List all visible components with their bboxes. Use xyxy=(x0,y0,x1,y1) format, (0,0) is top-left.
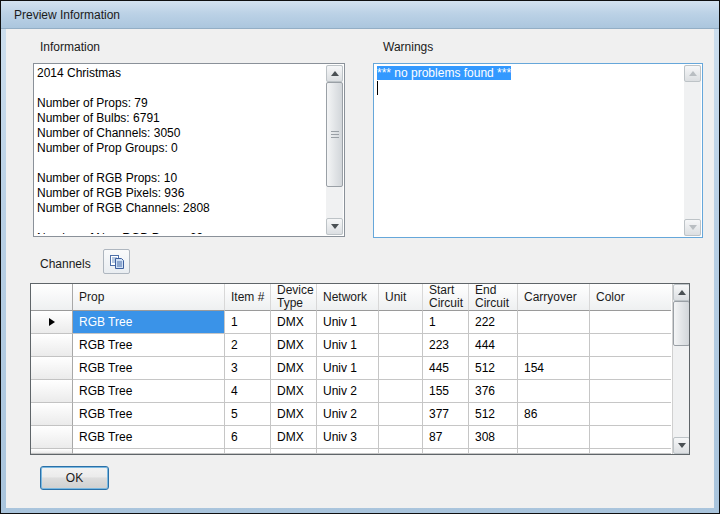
grid-cell[interactable]: DMX xyxy=(271,380,317,403)
grid-cell[interactable]: Univ 3 xyxy=(317,426,379,449)
grid-cell[interactable] xyxy=(590,403,671,426)
grid-cell[interactable]: DMX xyxy=(271,426,317,449)
grid-cell[interactable]: RGB Tree xyxy=(73,380,225,403)
grid-cell[interactable]: 444 xyxy=(469,334,518,357)
grid-cell[interactable]: 376 xyxy=(469,380,518,403)
grid-cell xyxy=(225,449,271,454)
grid-cell[interactable] xyxy=(590,426,671,449)
grid-cell[interactable]: 1 xyxy=(423,311,469,334)
grid-cell[interactable]: RGB Tree xyxy=(73,334,225,357)
table-row: RGB Tree6DMXUniv 387308 xyxy=(31,426,672,449)
grid-cell[interactable]: 445 xyxy=(423,357,469,380)
scroll-up-icon[interactable] xyxy=(673,284,690,301)
grid-cell[interactable] xyxy=(379,380,423,403)
grid-cell[interactable]: RGB Tree xyxy=(73,403,225,426)
grid-cell[interactable] xyxy=(379,334,423,357)
row-header[interactable] xyxy=(31,426,73,449)
copy-icon xyxy=(109,254,125,270)
scrollbar-thumb[interactable] xyxy=(326,82,343,187)
grid-cell[interactable]: DMX xyxy=(271,403,317,426)
grid-cell[interactable] xyxy=(379,426,423,449)
channels-grid[interactable]: PropItem #Device TypeNetworkUnitStart Ci… xyxy=(30,283,690,455)
column-header-device-type[interactable]: Device Type xyxy=(271,284,317,311)
grid-cell[interactable]: 512 xyxy=(469,357,518,380)
copy-channels-button[interactable] xyxy=(103,249,130,274)
scroll-down-icon xyxy=(684,219,701,236)
grid-cell[interactable]: RGB Tree xyxy=(73,311,225,334)
grid-cell[interactable]: 87 xyxy=(423,426,469,449)
grid-cell[interactable]: Univ 1 xyxy=(317,357,379,380)
warnings-selected-text: *** no problems found *** xyxy=(377,66,511,80)
grid-cell[interactable]: Univ 2 xyxy=(317,380,379,403)
grid-cell[interactable]: Univ 1 xyxy=(317,334,379,357)
grid-scrollbar[interactable] xyxy=(672,284,689,454)
grid-cell[interactable]: 5 xyxy=(225,403,271,426)
grid-cell xyxy=(469,449,518,454)
grid-cell[interactable]: RGB Tree xyxy=(73,426,225,449)
grid-cell[interactable] xyxy=(590,334,671,357)
grid-cell[interactable]: 6 xyxy=(225,426,271,449)
grid-cell[interactable]: DMX xyxy=(271,357,317,380)
scroll-down-icon[interactable] xyxy=(326,218,343,235)
information-scrollbar[interactable] xyxy=(326,65,343,235)
column-header-unit[interactable]: Unit xyxy=(379,284,423,311)
grid-cell[interactable]: 86 xyxy=(518,403,590,426)
grid-cell[interactable]: 2 xyxy=(225,334,271,357)
grid-cell[interactable]: Univ 2 xyxy=(317,403,379,426)
grid-cell[interactable]: Univ 1 xyxy=(317,311,379,334)
information-textbox[interactable]: 2014 Christmas Number of Props: 79 Numbe… xyxy=(33,63,345,237)
column-header-carryover[interactable]: Carryover xyxy=(518,284,590,311)
grid-cell[interactable]: 4 xyxy=(225,380,271,403)
grid-cell[interactable]: RGB Tree xyxy=(73,357,225,380)
grid-cell[interactable]: DMX xyxy=(271,334,317,357)
grid-cell[interactable] xyxy=(379,311,423,334)
warnings-textbox[interactable]: *** no problems found *** xyxy=(373,63,703,238)
warnings-text: *** no problems found *** xyxy=(377,66,682,235)
column-header-start-circuit[interactable]: Start Circuit xyxy=(423,284,469,311)
current-row-arrow-icon xyxy=(49,318,55,326)
grid-cell[interactable] xyxy=(379,403,423,426)
scroll-up-icon[interactable] xyxy=(326,65,343,82)
row-header[interactable] xyxy=(31,403,73,426)
ok-button[interactable]: OK xyxy=(40,466,109,490)
grid-cell[interactable]: 223 xyxy=(423,334,469,357)
row-header[interactable] xyxy=(31,334,73,357)
channels-label: Channels xyxy=(40,257,91,271)
information-label: Information xyxy=(40,40,100,54)
grid-cell[interactable] xyxy=(379,357,423,380)
grid-cell[interactable]: 3 xyxy=(225,357,271,380)
information-text: 2014 Christmas Number of Props: 79 Numbe… xyxy=(37,66,324,234)
column-header-prop[interactable]: Prop xyxy=(73,284,225,311)
grid-cell[interactable]: 1 xyxy=(225,311,271,334)
row-header[interactable] xyxy=(31,357,73,380)
grid-cell[interactable]: 154 xyxy=(518,357,590,380)
grid-cell[interactable] xyxy=(518,311,590,334)
column-header-item[interactable]: Item # xyxy=(225,284,271,311)
dialog-body: Information 2014 Christmas Number of Pro… xyxy=(6,29,714,508)
grid-cell[interactable] xyxy=(518,380,590,403)
table-row: RGB Tree4DMXUniv 2155376 xyxy=(31,380,672,403)
grid-cell[interactable] xyxy=(590,357,671,380)
row-header[interactable] xyxy=(31,380,73,403)
grid-cell[interactable]: 308 xyxy=(469,426,518,449)
warnings-label: Warnings xyxy=(383,40,433,54)
column-header-end-circuit[interactable]: End Circuit xyxy=(469,284,518,311)
grid-cell[interactable] xyxy=(590,311,671,334)
grid-cell xyxy=(518,449,590,454)
grid-cell[interactable]: 512 xyxy=(469,403,518,426)
grid-cell[interactable]: 222 xyxy=(469,311,518,334)
grid-cell xyxy=(271,449,317,454)
grid-cell[interactable]: 155 xyxy=(423,380,469,403)
grid-cell[interactable]: 377 xyxy=(423,403,469,426)
column-header-network[interactable]: Network xyxy=(317,284,379,311)
partial-row xyxy=(31,449,672,454)
grid-cell[interactable] xyxy=(590,380,671,403)
grid-cell[interactable]: DMX xyxy=(271,311,317,334)
grid-cell[interactable] xyxy=(518,334,590,357)
column-header-color[interactable]: Color xyxy=(590,284,671,311)
grid-cell[interactable] xyxy=(518,426,590,449)
title-bar[interactable]: Preview Information xyxy=(1,1,719,29)
scrollbar-thumb[interactable] xyxy=(673,301,690,346)
row-header[interactable] xyxy=(31,311,73,334)
scroll-down-icon[interactable] xyxy=(673,437,690,454)
